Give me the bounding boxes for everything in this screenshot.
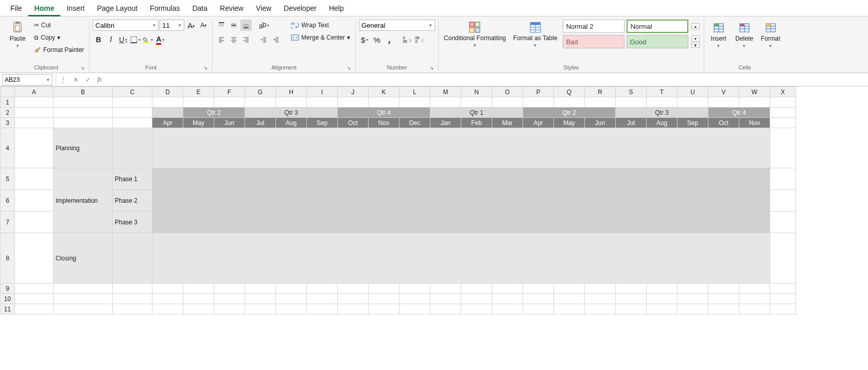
row-header[interactable]: 4	[1, 128, 15, 168]
column-header[interactable]: U	[678, 87, 708, 97]
chevron-down-icon[interactable]: ▾	[44, 77, 52, 82]
column-header[interactable]: L	[400, 87, 430, 97]
column-header[interactable]: R	[585, 87, 616, 97]
row-header[interactable]: 8	[1, 233, 15, 284]
more-options-icon[interactable]: ⋮	[57, 74, 70, 85]
timeline-area[interactable]	[152, 168, 770, 190]
column-header[interactable]: C	[113, 87, 152, 97]
fx-ic�on[interactable]: fx	[94, 76, 105, 83]
cut-button[interactable]: ✂ Cut	[32, 20, 86, 31]
paste-button[interactable]: Paste ▾	[6, 20, 29, 49]
increase-font-button[interactable]: A▴	[185, 20, 197, 31]
font-launcher[interactable]: ↘	[202, 64, 209, 72]
timeline-area[interactable]	[152, 128, 770, 168]
orientation-button[interactable]: ab▾	[258, 20, 269, 31]
style-good[interactable]: Good	[627, 35, 688, 48]
task-phase2[interactable]: Phase 2	[113, 190, 152, 212]
decrease-font-button[interactable]: A▾	[198, 20, 209, 31]
column-header[interactable]: Q	[554, 87, 585, 97]
tab-home[interactable]: Home	[28, 0, 61, 16]
row-header[interactable]: 6	[1, 190, 15, 212]
fill-color-button[interactable]: ▾	[142, 34, 153, 45]
name-box-input[interactable]	[3, 75, 44, 85]
tab-help[interactable]: Help	[323, 0, 350, 16]
cancel-formula-button[interactable]: ✕	[70, 74, 82, 85]
align-right-button[interactable]	[240, 34, 252, 45]
tab-formulas[interactable]: Formulas	[144, 0, 186, 16]
row-header[interactable]: 9	[1, 284, 15, 294]
column-header[interactable]: M	[430, 87, 461, 97]
timeline-area[interactable]	[152, 233, 770, 284]
task-phase3[interactable]: Phase 3	[113, 212, 152, 233]
task-closing[interactable]: Closing	[54, 233, 113, 284]
timeline-area[interactable]	[152, 190, 770, 212]
column-header[interactable]: I	[307, 87, 338, 97]
styles-more[interactable]: ▼	[691, 43, 700, 48]
enter-formula-button[interactable]: ✓	[82, 74, 94, 85]
align-center-button[interactable]	[228, 34, 239, 45]
row-header[interactable]: 1	[1, 97, 15, 108]
italic-button[interactable]: I	[105, 34, 116, 45]
number-format-input[interactable]	[359, 20, 426, 30]
worksheet-grid[interactable]: ABCDEFGHIJKLMNOPQRSTUVWX12Qtr 2Qtr 3Qtr …	[0, 86, 868, 370]
timeline-area[interactable]	[152, 212, 770, 233]
increase-decimal-button[interactable]: .0.00	[401, 34, 412, 45]
style-bad[interactable]: Bad	[563, 35, 624, 48]
number-format-combo[interactable]: ▾	[359, 20, 435, 31]
formula-input[interactable]	[105, 74, 868, 85]
copy-button[interactable]: ⧉ Copy ▾	[32, 32, 86, 43]
tab-insert[interactable]: Insert	[60, 0, 91, 16]
select-all-cell[interactable]	[1, 87, 15, 97]
clipboard-launcher[interactable]: ↘	[79, 64, 86, 72]
wrap-text-button[interactable]: abc Wrap Text	[289, 20, 352, 31]
chevron-down-icon[interactable]: ▾	[150, 23, 158, 28]
font-size-combo[interactable]: ▾	[160, 20, 184, 31]
decrease-decimal-button[interactable]: .00.0	[413, 34, 425, 45]
styles-scroll-down[interactable]: ▾	[691, 36, 700, 42]
row-header[interactable]: 2	[1, 108, 15, 118]
merge-center-button[interactable]: Merge & Center ▾	[289, 32, 352, 43]
number-launcher[interactable]: ↘	[428, 64, 435, 72]
chevron-down-icon[interactable]: ▾	[426, 23, 435, 28]
tab-file[interactable]: File	[4, 0, 28, 16]
column-header[interactable]: K	[369, 87, 400, 97]
align-left-button[interactable]	[216, 34, 227, 45]
align-top-button[interactable]	[216, 20, 227, 31]
accounting-format-button[interactable]: $▾	[359, 34, 370, 45]
column-header[interactable]: D	[152, 87, 183, 97]
comma-format-button[interactable]: ,	[384, 34, 395, 45]
column-header[interactable]: V	[708, 87, 739, 97]
tab-developer[interactable]: Developer	[277, 0, 323, 16]
insert-cells-button[interactable]: Insert ▾	[707, 20, 730, 49]
row-header[interactable]: 11	[1, 304, 15, 314]
decrease-indent-button[interactable]	[258, 34, 269, 45]
task-implementation[interactable]: Implementation	[54, 168, 113, 233]
task-planning[interactable]: Planning	[54, 128, 113, 168]
name-box[interactable]: ▾	[2, 74, 53, 85]
styles-scroll-up[interactable]: ▴	[691, 23, 700, 29]
increase-indent-button[interactable]	[270, 34, 282, 45]
align-bottom-button[interactable]	[240, 20, 252, 31]
row-header[interactable]: 7	[1, 212, 15, 233]
delete-cells-button[interactable]: Delete ▾	[733, 20, 756, 49]
column-header[interactable]: T	[647, 87, 678, 97]
format-cells-button[interactable]: Format ▾	[759, 20, 783, 49]
row-header[interactable]: 10	[1, 294, 15, 304]
task-phase1[interactable]: Phase 1	[113, 168, 152, 190]
percent-format-button[interactable]: %	[371, 34, 383, 45]
underline-button[interactable]: U▾	[117, 34, 129, 45]
font-name-combo[interactable]: ▾	[93, 20, 159, 31]
row-header[interactable]: 3	[1, 118, 15, 128]
tab-view[interactable]: View	[250, 0, 277, 16]
column-header[interactable]: P	[523, 87, 554, 97]
column-header[interactable]: G	[245, 87, 276, 97]
format-painter-button[interactable]: Format Painter	[32, 44, 86, 56]
column-header[interactable]: X	[770, 87, 796, 97]
column-header[interactable]: J	[338, 87, 369, 97]
column-header[interactable]: W	[739, 87, 770, 97]
chevron-down-icon[interactable]: ▾	[176, 23, 184, 28]
format-as-table-button[interactable]: Format as Table ▾	[511, 20, 560, 49]
align-middle-button[interactable]	[228, 20, 239, 31]
column-header[interactable]: O	[492, 87, 523, 97]
tab-review[interactable]: Review	[214, 0, 250, 16]
